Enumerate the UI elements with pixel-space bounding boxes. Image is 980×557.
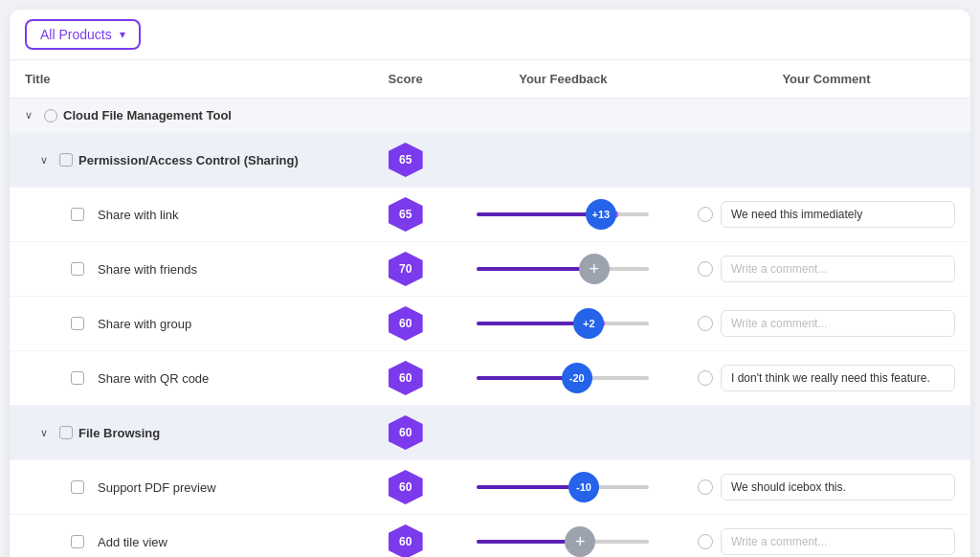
slider-handle[interactable]: +13 [586,199,616,230]
group-row-cloud-file: ∨ Cloud File Management Tool [10,99,970,133]
subgroup-row-permission: ∨ Permission/Access Control (Sharing) 65 [10,133,970,188]
slider-handle[interactable]: -10 [568,472,599,502]
comment-input[interactable] [721,528,955,555]
slider-fill [477,267,593,271]
all-products-dropdown[interactable]: All Products ▾ [25,19,141,50]
item-label: Share with friends [98,262,197,277]
item-checkbox[interactable] [71,208,84,221]
subgroup-checkbox[interactable] [59,426,73,439]
feedback-slider[interactable]: -10 [477,485,649,489]
comment-radio[interactable] [698,207,713,222]
feedback-badge: + [565,526,595,557]
subgroup-label: File Browsing [78,426,160,440]
feedback-slider[interactable]: -20 [477,376,649,380]
table-header-row: Title Score Your Feedback Your Comment [10,60,970,99]
table-row: Share with link 65 +13 [10,188,970,242]
comment-radio[interactable] [698,479,713,495]
feedback-slider[interactable]: +2 [477,322,649,325]
slider-track: + [477,267,649,271]
slider-handle[interactable]: + [579,254,610,284]
feedback-slider[interactable]: + [477,540,649,544]
chevron-icon[interactable]: ∨ [25,109,38,122]
comment-radio[interactable] [698,370,713,386]
feedback-badge: +13 [586,199,616,230]
score-badge: 60 [389,524,423,557]
item-checkbox[interactable] [71,480,84,494]
slider-fill [477,322,589,325]
main-container: All Products ▾ Title Score Your Feedback… [10,10,970,557]
subgroup-row-file-browsing: ∨ File Browsing 60 [10,406,970,460]
slider-handle[interactable]: + [565,526,595,557]
feedback-badge: -10 [568,472,599,502]
score-badge: 60 [389,470,423,504]
comment-input[interactable] [721,365,955,391]
dropdown-label: All Products [40,27,112,42]
table-row: Add tile view 60 + [10,515,970,558]
comment-radio[interactable] [698,534,713,549]
slider-track: +13 [477,212,649,216]
comment-input[interactable] [721,201,955,228]
group-label: Cloud File Management Tool [63,108,232,123]
score-badge: 60 [389,415,423,450]
slider-track: + [477,540,649,544]
item-checkbox[interactable] [71,371,84,385]
slider-track: +2 [477,322,649,325]
item-label: Share with link [98,208,179,222]
item-checkbox[interactable] [71,535,84,548]
col-feedback: Your Feedback [444,60,682,99]
main-table: Title Score Your Feedback Your Comment ∨… [10,60,970,557]
item-label: Support PDF preview [98,480,216,495]
feedback-badge: -20 [562,363,592,393]
col-comment: Your Comment [682,60,970,99]
score-badge: 70 [389,252,423,286]
comment-field-container [698,256,955,282]
chevron-icon[interactable]: ∨ [40,427,54,439]
table-row: Share with friends 70 + [10,242,970,297]
table-row: Share with group 60 +2 [10,297,970,351]
comment-input[interactable] [721,310,955,337]
col-title: Title [10,60,368,99]
feedback-slider[interactable]: + [477,267,649,271]
comment-input[interactable] [721,256,955,282]
item-checkbox[interactable] [71,317,84,330]
comment-field-container [698,365,955,391]
table-row: Support PDF preview 60 -10 [10,460,970,515]
chevron-icon[interactable]: ∨ [40,154,54,167]
comment-radio[interactable] [698,316,713,331]
slider-track: -20 [477,376,649,380]
slider-handle[interactable]: -20 [562,363,592,393]
slider-fill [477,212,601,216]
score-badge: 65 [389,143,423,177]
top-bar: All Products ▾ [10,10,970,60]
item-checkbox[interactable] [71,262,84,276]
score-badge: 60 [389,361,423,395]
item-label: Add tile view [98,535,167,549]
score-badge: 65 [389,197,423,232]
comment-field-container [698,474,955,501]
group-checkbox[interactable] [44,109,57,123]
score-badge: 60 [389,306,423,341]
comment-input[interactable] [721,474,955,501]
comment-radio[interactable] [698,261,713,277]
subgroup-label: Permission/Access Control (Sharing) [78,153,299,167]
feedback-badge: + [579,254,610,284]
table-wrapper: Title Score Your Feedback Your Comment ∨… [10,60,970,557]
comment-field-container [698,528,955,555]
feedback-badge: +2 [573,308,604,339]
chevron-down-icon: ▾ [120,28,125,41]
comment-field-container [698,201,955,228]
item-label: Share with group [98,317,191,331]
subgroup-checkbox[interactable] [59,153,73,167]
comment-field-container [698,310,955,337]
table-row: Share with QR code 60 -20 [10,351,970,406]
feedback-slider[interactable]: +13 [477,212,649,216]
slider-track: -10 [477,485,649,489]
slider-handle[interactable]: +2 [573,308,604,339]
item-label: Share with QR code [98,371,209,386]
col-score: Score [368,60,444,99]
